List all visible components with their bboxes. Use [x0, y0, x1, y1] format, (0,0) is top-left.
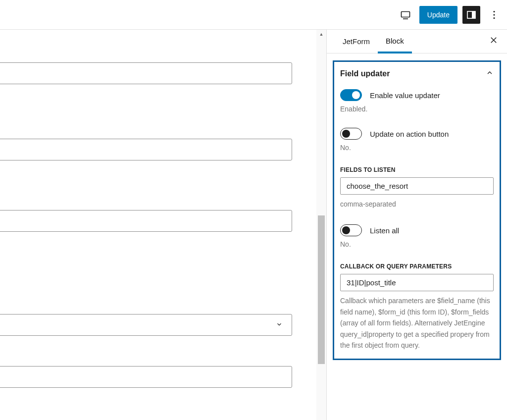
callback-params-input[interactable] — [340, 274, 494, 291]
close-sidebar-button[interactable] — [486, 33, 501, 50]
settings-panel-button[interactable] — [462, 6, 480, 24]
more-vertical-icon — [488, 9, 500, 21]
form-field[interactable] — [0, 366, 292, 388]
chevron-up-icon — [486, 69, 494, 78]
sidebar-tabs: JetForm Block — [327, 30, 507, 53]
sidebar-panel-icon — [465, 9, 477, 21]
help-text: comma-separated — [340, 199, 494, 210]
enable-value-updater-toggle[interactable] — [340, 89, 362, 101]
close-icon — [489, 36, 498, 45]
preview-button[interactable] — [397, 6, 414, 24]
value-placeholder-text: Value. — [0, 256, 292, 265]
form-field[interactable] — [0, 210, 292, 232]
fields-to-listen-label: FIELDS TO LISTEN — [340, 166, 494, 173]
chevron-down-icon — [276, 321, 283, 329]
form-field[interactable] — [0, 62, 292, 84]
editor-scrollbar[interactable]: ▲ — [316, 30, 326, 420]
toggle-status: No. — [340, 240, 494, 248]
toggle-status: No. — [340, 144, 494, 152]
scrollbar-thumb[interactable] — [318, 215, 325, 364]
toggle-label: Update on action button — [370, 130, 449, 138]
field-updater-panel: Field updater Enable value updater Enabl… — [333, 60, 501, 360]
callback-params-label: CALLBACK OR QUERY PARAMETERS — [340, 263, 494, 270]
panel-toggle-header[interactable]: Field updater — [340, 69, 494, 78]
settings-sidebar: JetForm Block Field updater Enable value… — [326, 30, 507, 420]
help-text: Callback which parameters are $field_nam… — [340, 295, 494, 351]
panel-title: Field updater — [340, 69, 390, 78]
scroll-up-icon: ▲ — [316, 30, 326, 39]
more-options-button[interactable] — [485, 6, 503, 24]
svg-rect-3 — [472, 11, 475, 18]
svg-point-4 — [493, 10, 495, 12]
update-on-action-toggle[interactable] — [340, 128, 362, 140]
editor-canvas: Value. — [0, 30, 316, 420]
tab-block[interactable]: Block — [378, 30, 412, 53]
update-button[interactable]: Update — [419, 6, 457, 24]
toggle-status: Enabled. — [340, 105, 494, 113]
toggle-label: Enable value updater — [370, 91, 440, 100]
svg-point-5 — [493, 14, 495, 15]
svg-rect-0 — [401, 11, 409, 17]
top-toolbar: Update — [0, 0, 507, 30]
desktop-icon — [400, 9, 411, 21]
form-select-field[interactable] — [0, 314, 292, 336]
form-field[interactable] — [0, 139, 292, 160]
fields-to-listen-input[interactable] — [340, 177, 494, 195]
toggle-label: Listen all — [370, 226, 399, 235]
tab-jetform[interactable]: JetForm — [335, 30, 378, 53]
svg-point-6 — [493, 17, 495, 18]
listen-all-toggle[interactable] — [340, 224, 362, 236]
